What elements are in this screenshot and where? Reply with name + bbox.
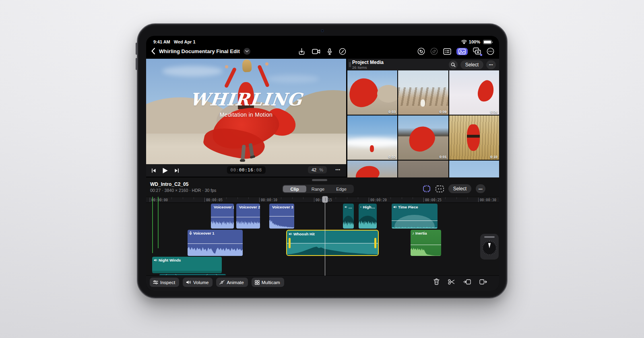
trim-handle-right[interactable] [374, 238, 376, 248]
segment-range[interactable]: Range [306, 185, 330, 192]
dancer-hat [242, 59, 252, 72]
skip-back-icon[interactable] [151, 168, 156, 173]
transport-bar: 00:00:16:08 42 % ••• [146, 164, 346, 177]
media-thumbnail[interactable] [398, 161, 448, 177]
panel-resize-handle[interactable] [312, 179, 327, 181]
zoom-level-control[interactable]: 42 % [308, 166, 327, 173]
media-thumbnail[interactable]: 0:09 [398, 70, 448, 115]
viewer-more-icon[interactable]: ••• [336, 168, 341, 172]
connect-clip-icon[interactable] [422, 185, 431, 192]
audio-icon [393, 205, 397, 209]
media-browser-icon-selected[interactable] [456, 48, 468, 55]
timeline-clip-time-piece[interactable]: Time Piece [392, 204, 438, 229]
timeline-clip-voiceover2[interactable]: Voiceover 2 [211, 204, 234, 229]
ruler-label: 00:00:20 [369, 198, 387, 202]
browser-list-icon[interactable] [443, 48, 451, 55]
title-chevron-down-icon[interactable] [244, 48, 250, 55]
pencil-draw-icon[interactable] [339, 48, 346, 55]
camera-icon[interactable] [312, 49, 320, 54]
video-title-overlay: WHIRLING [146, 89, 346, 109]
trash-icon[interactable] [433, 278, 440, 285]
jog-dial[interactable] [482, 241, 497, 255]
segment-clip[interactable]: Clip [283, 185, 306, 192]
volume-down-button [136, 58, 137, 70]
multicam-button[interactable]: Multicam [252, 278, 284, 287]
timecode-frames: :08 [253, 167, 262, 173]
timeline-clip-voiceover3[interactable]: Voiceover 3 [269, 204, 294, 229]
project-media-panel: Project Media 26 Items Select ••• 0:03 0… [347, 59, 499, 177]
jog-pointer [488, 243, 491, 248]
media-grid: 0:03 0:09 0:06 0:02 0:01 0:10 [347, 70, 499, 177]
grid-icon [255, 280, 260, 285]
media-select-button[interactable]: Select [460, 60, 483, 69]
media-thumbnail[interactable]: 0:02 [347, 115, 397, 160]
jog-slider[interactable] [484, 236, 495, 238]
timecode-display[interactable]: 00:00:16:08 [227, 166, 265, 174]
timeline-clip-high[interactable]: High… [359, 204, 377, 229]
search-icon[interactable] [449, 60, 458, 69]
dancer-shoe [240, 159, 245, 162]
clip-duration: 0:02 [388, 155, 396, 159]
timeline-select-button[interactable]: Select [448, 184, 471, 193]
status-time: 9:41 AM [153, 39, 170, 44]
audio-icon [360, 205, 361, 209]
battery-icon [483, 40, 492, 44]
titles-effects-icon[interactable] [473, 47, 481, 55]
ruler-label: 00:00:05 [204, 198, 223, 202]
notification-dot [480, 54, 482, 56]
ruler-label: 00:00:25 [423, 198, 442, 202]
timeline-clip-inertia[interactable]: ♪Inertia [411, 230, 441, 256]
panel-grabber[interactable] [349, 62, 350, 67]
playhead-line [325, 197, 325, 276]
trim-handle-left[interactable] [289, 238, 291, 248]
volume-button[interactable]: Volume [183, 278, 213, 287]
ipad-device: 9:41 AM Wed Apr 1 100% Whirling Document… [137, 23, 508, 299]
media-more-icon[interactable]: ••• [486, 60, 496, 69]
play-icon[interactable] [162, 167, 168, 174]
dancer-hand [225, 65, 228, 68]
battery-percent: 100% [469, 39, 480, 44]
back-chevron-icon[interactable] [151, 47, 155, 55]
timeline-more-icon[interactable]: ••• [476, 184, 485, 193]
video-subtitle-overlay: Meditation in Motion [146, 111, 346, 118]
scissors-icon[interactable] [448, 279, 455, 285]
segment-edge[interactable]: Edge [330, 185, 353, 192]
timeline-clip-voiceover1[interactable]: Voiceover 1 [188, 230, 243, 256]
media-thumbnail[interactable] [449, 161, 499, 177]
skip-forward-icon[interactable] [174, 168, 179, 173]
media-thumbnail[interactable]: 0:03 [347, 70, 397, 115]
media-thumbnail[interactable]: 0:01 [398, 115, 448, 160]
media-thumbnail[interactable]: 0:10 [449, 115, 499, 160]
append-clip-icon[interactable] [479, 279, 487, 285]
microphone-icon[interactable] [327, 48, 332, 55]
import-icon[interactable] [298, 48, 305, 55]
speaker-icon [186, 280, 191, 284]
timeline-clip-truncated[interactable]: … [343, 204, 354, 229]
top-toolbar: Whirling Documentary Final Edit [146, 46, 499, 59]
undo-icon[interactable] [417, 47, 425, 55]
timeline-clip-voiceover2[interactable]: Voiceover 2 [236, 204, 260, 229]
insert-clip-icon[interactable] [463, 279, 471, 285]
inspect-button[interactable]: Inspect [150, 278, 179, 287]
clip-duration: 0:10 [490, 155, 497, 159]
media-item-count: 26 Items [352, 65, 384, 70]
animate-button[interactable]: Animate [216, 278, 248, 287]
redo-icon[interactable] [430, 47, 438, 55]
bottom-toolbar: Inspect Volume Animate Multicam [146, 275, 499, 291]
front-camera [321, 29, 324, 32]
timeline-clip-night-winds[interactable]: Night Winds [152, 257, 222, 273]
timeline-clip-whoosh-hit-selected[interactable]: Whoosh Hit [286, 230, 379, 256]
more-circle-icon[interactable] [487, 47, 494, 55]
media-thumbnail[interactable] [347, 161, 397, 177]
clip-duration: 0:06 [490, 110, 497, 114]
multicam-frame-icon[interactable] [436, 185, 444, 192]
media-panel-title: Project Media [352, 60, 384, 65]
project-title[interactable]: Whirling Documentary Final Edit [159, 48, 240, 54]
wifi-icon [461, 40, 467, 44]
media-thumbnail[interactable]: 0:06 [449, 70, 499, 115]
volume-up-button [136, 43, 137, 55]
mic-icon [189, 231, 192, 235]
timecode-current: 00:16 [239, 167, 254, 173]
playhead-handle[interactable] [322, 196, 328, 203]
audio-icon [345, 205, 347, 209]
